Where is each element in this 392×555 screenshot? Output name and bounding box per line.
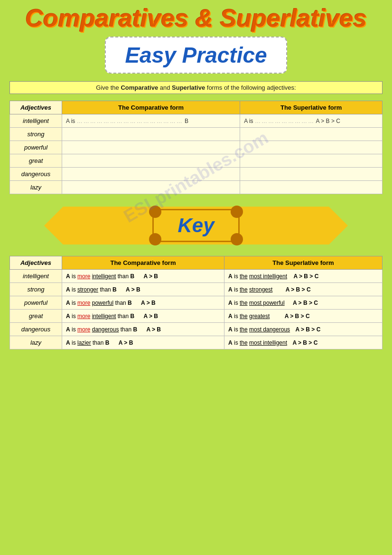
table-row: powerful: [10, 141, 383, 154]
key-adj-cell: powerful: [10, 296, 62, 310]
comp-cell: [62, 181, 240, 194]
scroll-cap-left: [149, 206, 161, 218]
subtitle-text: Easy Practice: [125, 43, 267, 67]
super-cell: [240, 168, 383, 181]
key-super-cell: A is the most powerful A > B > C: [224, 296, 382, 310]
key-super-cell: A is the strongest A > B > C: [224, 283, 382, 296]
main-title: Comparatives & Superlatives: [9, 5, 383, 32]
header-superlative: The Superlative form: [240, 101, 383, 114]
header-adjectives: Adjectives: [10, 101, 62, 114]
subtitle-wrapper: Easy Practice: [9, 37, 383, 74]
comp-cell: [62, 154, 240, 168]
key-super-cell: A is the greatest A > B > C: [224, 310, 382, 323]
adj-cell: lazy: [10, 181, 62, 194]
key-comp-cell: A is more intelligent than B A > B: [62, 310, 224, 323]
super-cell: A is ……………………… A > B > C: [240, 114, 383, 128]
super-cell: [240, 141, 383, 154]
key-adj-cell: dangerous: [10, 323, 62, 336]
adj-cell: intelligent: [10, 114, 62, 128]
key-row: lazy A is lazier than B A > B A is the m…: [10, 336, 383, 349]
subtitle-box: Easy Practice: [105, 37, 287, 74]
key-label: Key: [177, 214, 214, 237]
super-cell: [240, 181, 383, 194]
key-row: dangerous A is more dangerous than B A >…: [10, 323, 383, 336]
key-adj-cell: great: [10, 310, 62, 323]
adj-cell: powerful: [10, 141, 62, 154]
header-comparative: The Comparative form: [62, 101, 240, 114]
adj-cell: great: [10, 154, 62, 168]
comparative-label: Comparative: [121, 84, 158, 91]
table-row: dangerous: [10, 168, 383, 181]
key-row: strong A is stronger than B A > B A is t…: [10, 283, 383, 296]
key-super-cell: A is the most dangerous A > B > C: [224, 323, 382, 336]
key-row: great A is more intelligent than B A > B…: [10, 310, 383, 323]
table-row: lazy: [10, 181, 383, 194]
super-cell: [240, 154, 383, 168]
table-row: great: [10, 154, 383, 168]
key-header-comparative: The Comparative form: [62, 256, 224, 270]
adj-cell: strong: [10, 128, 62, 141]
key-comp-cell: A is more intelligent than B A > B: [62, 270, 224, 283]
adj-cell: dangerous: [10, 168, 62, 181]
instruction-bar: Give the Comparative and Superlative for…: [9, 81, 383, 94]
key-comp-cell: A is lazier than B A > B: [62, 336, 224, 349]
super-cell: [240, 128, 383, 141]
key-adj-cell: strong: [10, 283, 62, 296]
key-adj-cell: lazy: [10, 336, 62, 349]
key-row: intelligent A is more intelligent than B…: [10, 270, 383, 283]
comp-cell: [62, 128, 240, 141]
key-row: powerful A is more powerful than B A > B…: [10, 296, 383, 310]
key-header-superlative: The Superlative form: [224, 256, 382, 270]
key-header-adjectives: Adjectives: [10, 256, 62, 270]
superlative-label: Superlative: [172, 84, 205, 91]
comp-cell: [62, 141, 240, 154]
key-super-cell: A is the most intelligent A > B > C: [224, 336, 382, 349]
comp-cell: A is ………………………………………… B: [62, 114, 240, 128]
key-comp-cell: A is stronger than B A > B: [62, 283, 224, 296]
key-table: Adjectives The Comparative form The Supe…: [9, 256, 383, 349]
key-banner: Key: [9, 202, 383, 249]
key-comp-cell: A is more dangerous than B A > B: [62, 323, 224, 336]
scroll-cap-right-bottom: [231, 233, 243, 245]
key-scroll-box: Key: [152, 209, 239, 242]
key-super-cell: A is the most intelligent A > B > C: [224, 270, 382, 283]
table-row: intelligent A is ………………………………………… B A is…: [10, 114, 383, 128]
table-row: strong: [10, 128, 383, 141]
practice-table: Adjectives The Comparative form The Supe…: [9, 101, 383, 194]
key-adj-cell: intelligent: [10, 270, 62, 283]
key-comp-cell: A is more powerful than B A > B: [62, 296, 224, 310]
comp-cell: [62, 168, 240, 181]
scroll-cap-right-top: [231, 206, 243, 218]
